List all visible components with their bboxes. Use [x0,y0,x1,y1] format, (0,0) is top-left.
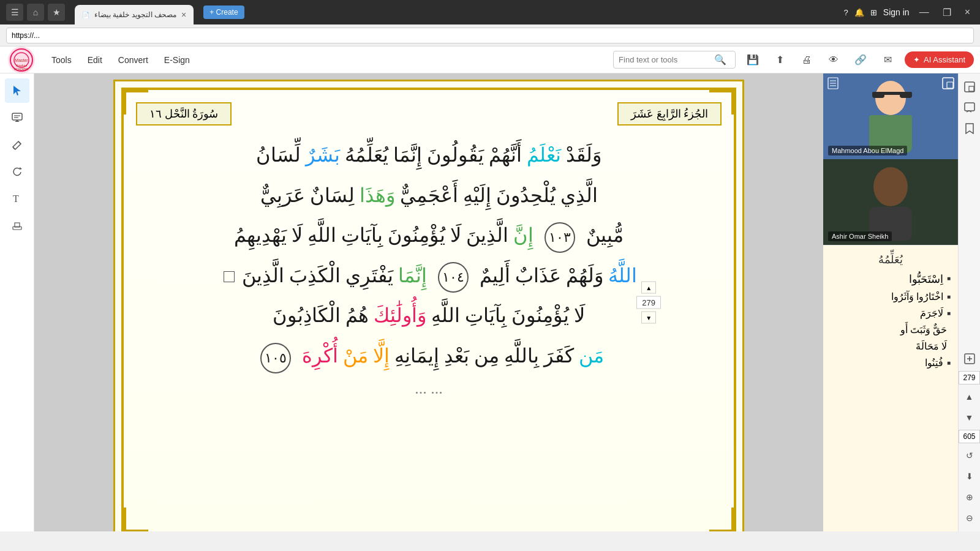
link-button[interactable]: 🔗 [851,50,870,70]
scroll-up-button[interactable]: ▲ [641,282,656,294]
question-icon[interactable]: ? [844,8,848,17]
quran-line-5: لَا يُؤْمِنُونَ بِآيَاتِ اللَّهِ وَأُولَ… [136,298,722,334]
quran-line-1: وَلَقَدْ نَعْلَمُ أَنَّهُمْ يَقُولُونَ إ… [136,138,722,173]
note-item-3: ■ لَاجَرَمَ [831,307,951,319]
rotate-right[interactable]: ↺ [961,447,978,464]
browser-window-controls: ☰ ⌂ ★ [6,4,65,21]
bookmark-panel-toggle[interactable] [961,120,978,137]
edit-menu[interactable]: Edit [80,51,110,69]
juz-box: الجُزءُ الرَّابِعَ عَشَرَ [617,102,722,126]
toolbar-right: 🔍 💾 ⬆ 🖨 👁 🔗 ✉ ✦ AI Assistant [613,50,974,70]
save-button[interactable]: 💾 [743,50,763,70]
active-tab[interactable]: 📄 مصحف التجويد خلفية بيضاء × [75,5,194,24]
pencil-tool[interactable] [5,132,29,157]
zoom-out-right[interactable]: ⊖ [961,509,978,527]
address-bar [0,24,980,47]
browser-titlebar: ☰ ⌂ ★ 📄 مصحف التجويد خلفية بيضاء × + Cre… [0,0,980,24]
svg-rect-20 [943,78,954,89]
bookmark-button[interactable]: ★ [48,4,65,21]
svg-rect-19 [869,115,912,124]
ai-assistant-button[interactable]: ✦ AI Assistant [905,51,974,68]
scroll-down-button[interactable]: ▼ [641,312,656,324]
print-button[interactable]: 🖨 [797,50,816,70]
new-tab-button[interactable]: + Create [203,6,244,19]
convert-menu[interactable]: Convert [111,51,156,69]
home-button[interactable]: ⌂ [27,4,44,21]
app-toolbar: Master Nowhan ACADEMY Tools Edit Convert… [0,47,980,73]
person2-name: Ashir Omar Sheikh [828,231,892,241]
upload-button[interactable]: ⬆ [770,50,790,70]
svg-rect-29 [965,82,974,92]
download-right[interactable]: ⬇ [961,468,978,485]
search-input[interactable] [619,55,710,64]
bullet-6: ■ [947,359,951,366]
select-tool[interactable] [5,78,29,103]
note-item-1: ■ اِسْتَحَبُّوا [831,272,951,286]
svg-text:Master: Master [15,58,28,62]
tab-close-button[interactable]: × [181,10,186,20]
bullet-2: ■ [947,293,951,300]
address-input[interactable] [6,28,974,43]
browser-right-controls: ? 🔔 ⊞ Sign in — ❐ × [844,7,974,18]
page-controls: ▲ 279 ▼ [636,282,661,324]
svg-text:ACADEMY: ACADEMY [14,67,29,71]
video1-options[interactable] [827,77,839,92]
search-icon: 🔍 [714,54,726,66]
sign-in-button[interactable]: Sign in [883,7,910,17]
bullet-1: ■ [947,275,951,282]
maximize-button[interactable]: ❐ [939,7,955,18]
quran-line-2: الَّذِي يُلْحِدُونَ إِلَيْهِ أَعْجَمِيٌّ… [136,178,722,214]
quran-line-3: مُّبِينٌ ١٠٣ إِنَّ الَّذِينَ لَا يُؤْمِن… [136,218,722,253]
quran-line-7: ··· ··· [136,379,722,408]
surah-name-box: سُورَةُ النَّحْل ١٦ [136,102,232,126]
bullet-3: ■ [947,310,951,317]
esign-menu[interactable]: E-Sign [157,51,197,69]
quran-header: الجُزءُ الرَّابِعَ عَشَرَ سُورَةُ النَّح… [136,102,722,126]
notes-panel: يُعَلِّمُهُ ■ اِسْتَحَبُّوا ■ اخْتَارُوا… [823,245,958,531]
search-box: 🔍 [613,51,736,69]
grid-icon[interactable]: ⊞ [870,8,877,17]
svg-point-27 [873,167,908,206]
stamp-tool[interactable] [5,213,29,238]
page-num-side-279: 279 [959,371,979,384]
quran-line-6: مَن كَفَرَ بِاللَّهِ مِن بَعْدِ إِيمَانِ… [136,339,722,374]
right-panel-bottom-1[interactable] [961,350,978,367]
svg-rect-17 [872,92,912,95]
video-thumb-1: Mahmood Abou ElMagd [823,73,958,159]
quran-line-4: اللَّهُ وَلَهُمْ عَذَابٌ أَلِيمٌ ١٠٤ إِن… [136,258,722,294]
mail-button[interactable]: ✉ [878,50,897,70]
video-thumb-2: Ashir Omar Sheikh [823,159,958,245]
tools-menu[interactable]: Tools [44,51,79,69]
scroll-down-right[interactable]: ▼ [961,409,978,426]
app-logo: Master Nowhan ACADEMY [6,45,37,75]
comment-panel-toggle[interactable] [961,99,978,116]
right-edge-panel: 279 ▲ ▼ 605 ↺ ⬇ ⊕ ⊖ [958,73,980,531]
ai-icon: ✦ [913,55,920,64]
minimize-button[interactable]: — [916,7,933,18]
note-item-2: ■ اخْتَارُوا وَآثَرُوا [831,291,951,302]
page-num-side-605: 605 [959,430,979,443]
right-panel: Mahmood Abou ElMagd Ashir Omar [823,73,958,531]
left-sidebar: T [0,73,34,531]
quran-text: وَلَقَدْ نَعْلَمُ أَنَّهُمْ يَقُولُونَ إ… [136,138,722,407]
text-tool[interactable]: T [5,186,29,211]
rotate-tool[interactable] [5,159,29,184]
menu-button[interactable]: ☰ [6,4,23,21]
svg-rect-6 [12,113,22,120]
bell-icon[interactable]: 🔔 [854,8,864,17]
note-item-6: ■ فُتِنُوا [831,357,951,369]
right-panel-container: Mahmood Abou ElMagd Ashir Omar [823,73,980,531]
svg-rect-21 [947,82,953,88]
right-panel-expand[interactable] [961,78,978,96]
notes-title: يُعَلِّمُهُ [831,253,951,266]
comment-tool[interactable] [5,105,29,130]
svg-text:T: T [13,193,19,204]
note-item-4: حَقٌّ وَثَبَتَ أَو [831,324,951,335]
close-button[interactable]: × [961,7,974,18]
zoom-in-right[interactable]: ⊕ [961,489,978,506]
video1-expand[interactable] [942,77,954,92]
svg-rect-30 [969,86,974,91]
view-button[interactable]: 👁 [824,50,843,70]
main-content: T الجُزءُ الرَّابِعَ عَشَرَ سُورَةُ النَ… [0,73,980,531]
scroll-up-right[interactable]: ▲ [961,388,978,405]
